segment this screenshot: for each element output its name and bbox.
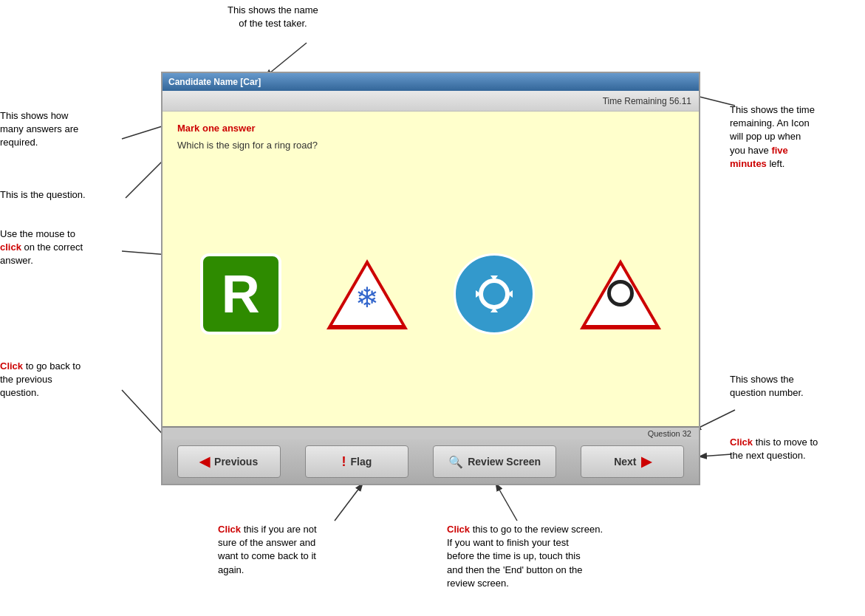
annotation-bottom-flag: Click this if you are not sure of the an… — [218, 523, 317, 577]
answer-option-1[interactable]: R — [185, 239, 296, 349]
sign-triangle-ring — [580, 259, 661, 329]
sign-roundabout — [454, 253, 535, 335]
annotation-left-question: This is the question. — [0, 188, 86, 202]
flag-icon: ! — [342, 454, 346, 470]
flag-button[interactable]: ! Flag — [305, 445, 408, 478]
question-text: Which is the sign for a ring road? — [177, 140, 684, 151]
annotation-top-center: This shows the name of the test taker. — [228, 4, 318, 30]
question-number-bar: Question 32 — [163, 428, 699, 439]
title-bar: Candidate Name [Car] — [163, 73, 699, 91]
previous-arrow-icon: ◀ — [199, 454, 210, 470]
sign-triangle-snowflake: ❄ — [326, 259, 408, 329]
review-icon: 🔍 — [448, 455, 463, 469]
toolbar: Time Remaining 56.11 — [163, 91, 699, 112]
window-title: Candidate Name [Car] — [168, 77, 261, 87]
svg-line-7 — [700, 454, 731, 456]
svg-line-9 — [496, 485, 517, 521]
review-screen-button[interactable]: 🔍 Review Screen — [433, 445, 556, 478]
annotation-right-time: This shows the time remaining. An Icon w… — [730, 103, 863, 171]
sign-r: R — [200, 253, 281, 335]
annotation-left-previous: Click to go back to the previous questio… — [0, 360, 81, 400]
annotation-right-next: Click this to move to the next question. — [730, 436, 818, 462]
mark-answer-label: Mark one answer — [177, 123, 684, 134]
svg-line-6 — [694, 410, 735, 430]
main-window: Candidate Name [Car] Time Remaining 56.1… — [161, 72, 700, 485]
previous-label: Previous — [214, 456, 258, 468]
next-arrow-icon: ▶ — [641, 454, 652, 470]
next-button[interactable]: Next ▶ — [581, 445, 684, 478]
nav-bar: Question 32 ◀ Previous ! Flag 🔍 Review S… — [163, 426, 699, 484]
time-remaining: Time Remaining 56.11 — [603, 96, 691, 106]
roundabout-svg — [468, 268, 520, 320]
nav-buttons: ◀ Previous ! Flag 🔍 Review Screen Next ▶ — [163, 439, 699, 484]
svg-line-8 — [335, 485, 362, 521]
svg-point-10 — [481, 281, 507, 307]
question-number: Question 32 — [648, 429, 691, 438]
answer-option-2[interactable]: ❄ — [312, 239, 423, 349]
answer-option-3[interactable] — [439, 239, 550, 349]
annotation-bottom-review: Click this to go to the review screen. I… — [447, 523, 603, 590]
annotation-left-answers: This shows how many answers are required… — [0, 109, 78, 150]
flag-label: Flag — [351, 456, 372, 468]
previous-button[interactable]: ◀ Previous — [177, 445, 281, 478]
answer-option-4[interactable] — [565, 239, 676, 349]
answers-grid: R ❄ — [177, 173, 684, 415]
next-label: Next — [614, 456, 636, 468]
annotation-right-question-number: This shows the question number. — [730, 373, 804, 400]
review-label: Review Screen — [468, 456, 541, 468]
annotation-left-mouse: Use the mouse to click on the correct an… — [0, 227, 83, 268]
question-area: Mark one answer Which is the sign for a … — [163, 112, 699, 426]
